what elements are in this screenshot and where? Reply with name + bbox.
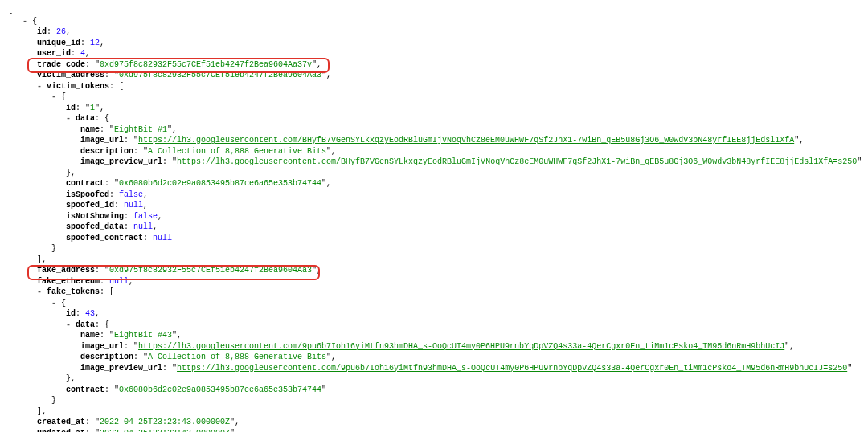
line-vt-description: description: "A Collection of 8,888 Gene…: [8, 146, 865, 157]
link-ft-image-preview-url[interactable]: https://lh3.googleusercontent.com/9pu6b7…: [177, 364, 847, 373]
toggle-icon[interactable]: -: [37, 82, 42, 91]
toggle-icon[interactable]: -: [51, 92, 56, 101]
line-vt-isnotshowing: isNotShowing: false,: [8, 211, 865, 222]
line-victim-token-obj-open: - {: [8, 92, 865, 103]
line-ft-data-open: - data: {: [8, 320, 865, 331]
line-fake-token-obj-close: }: [8, 395, 865, 406]
line-victim-tokens-close: ],: [8, 255, 865, 266]
toggle-icon[interactable]: -: [66, 320, 71, 329]
line-vt-name: name: "EightBit #1",: [8, 124, 865, 136]
line-vt-id: id: "1",: [8, 103, 865, 114]
line-unique-id: unique_id: 12,: [8, 38, 865, 49]
link-ft-image-url[interactable]: https://lh3.googleusercontent.com/9pu6b7…: [138, 342, 784, 351]
line-fake-ethereum: fake_ethereum: null,: [8, 276, 865, 287]
line-victim-address: victim_address: "0xd975f8c82932F55c7CEf5…: [8, 70, 865, 81]
line-vt-spoofed-contract: spoofed_contract: null: [8, 233, 865, 244]
line-ft-name: name: "EightBit #43",: [8, 330, 865, 341]
line-vt-contract: contract: "0x6080b6d2c02e9a0853495b87ce6…: [8, 178, 865, 190]
toggle-icon[interactable]: -: [23, 17, 27, 26]
line-victim-token-obj-close: }: [8, 243, 865, 255]
line-ft-id: id: 43,: [8, 308, 865, 320]
line-victim-tokens-open: - victim_tokens: [: [8, 81, 865, 92]
line-vt-image-url: image_url: "https://lh3.googleuserconten…: [8, 135, 865, 146]
line-user-id: user_id: 4,: [8, 48, 865, 59]
line-fake-tokens-open: - fake_tokens: [: [8, 287, 865, 298]
json-viewer: [ - { id: 26, unique_id: 12, user_id: 4,…: [0, 0, 868, 432]
toggle-icon[interactable]: -: [37, 287, 42, 296]
link-vt-image-preview-url[interactable]: https://lh3.googleusercontent.com/BHyfB7…: [177, 157, 857, 166]
toggle-icon[interactable]: -: [66, 114, 71, 123]
line-fake-tokens-close: ],: [8, 406, 865, 418]
line-vt-data-close: },: [8, 168, 865, 179]
line-ft-contract: contract: "0x6080b6d2c02e9a0853495b87ce6…: [8, 385, 865, 396]
line-trade-code: trade_code: "0xd975f8c82932F55c7CEf51eb4…: [8, 59, 865, 71]
line-ft-data-close: },: [8, 373, 865, 385]
line-vt-data-open: - data: {: [8, 113, 865, 124]
link-vt-image-url[interactable]: https://lh3.googleusercontent.com/BHyfB7…: [138, 136, 794, 145]
line-ft-image-url: image_url: "https://lh3.googleuserconten…: [8, 341, 865, 353]
line-array-open: [: [8, 5, 865, 16]
line-id: id: 26,: [8, 26, 865, 38]
line-fake-address: fake_address: "0xd975f8c82932F55c7CEf51e…: [8, 265, 865, 276]
line-created-at: created_at: "2022-04-25T23:23:43.000000Z…: [8, 417, 865, 428]
toggle-icon[interactable]: -: [51, 299, 56, 308]
line-ft-description: description: "A Collection of 8,888 Gene…: [8, 352, 865, 363]
line-ft-image-preview-url: image_preview_url: "https://lh3.googleus…: [8, 363, 865, 374]
line-fake-token-obj-open: - {: [8, 298, 865, 309]
line-vt-spoofed-data: spoofed_data: null,: [8, 222, 865, 233]
line-vt-image-preview-url: image_preview_url: "https://lh3.googleus…: [8, 157, 865, 168]
line-vt-spoofed-id: spoofed_id: null,: [8, 200, 865, 211]
line-obj-open: - {: [8, 16, 865, 27]
line-vt-isspoofed: isSpoofed: false,: [8, 190, 865, 201]
line-updated-at: updated_at: "2022-04-25T23:23:43.000000Z…: [8, 428, 865, 433]
